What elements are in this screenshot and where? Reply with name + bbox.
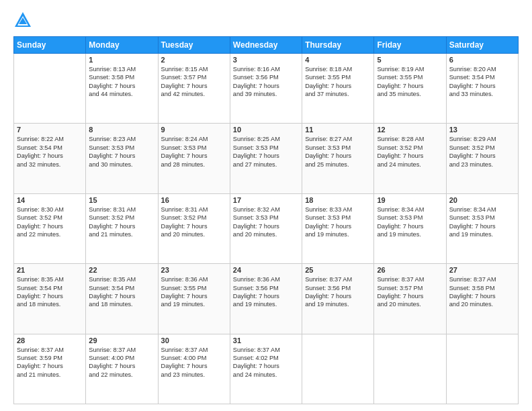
day-number: 29 [89,336,154,345]
day-header-sunday: Sunday [14,37,86,54]
calendar-cell: 21Sunrise: 8:35 AMSunset: 3:54 PMDayligh… [14,264,86,334]
day-number: 18 [305,196,371,204]
calendar-cell: 26Sunrise: 8:37 AMSunset: 3:57 PMDayligh… [374,264,446,334]
day-number: 9 [161,126,227,134]
cell-content: Sunrise: 8:28 AMSunset: 3:52 PMDaylight:… [377,135,443,169]
cell-content: Sunrise: 8:25 AMSunset: 3:53 PMDaylight:… [233,135,299,169]
cell-content: Sunrise: 8:33 AMSunset: 3:53 PMDaylight:… [305,205,371,239]
cell-content: Sunrise: 8:37 AMSunset: 4:00 PMDaylight:… [161,346,227,379]
cell-content: Sunrise: 8:16 AMSunset: 3:56 PMDaylight:… [233,65,299,99]
calendar-cell: 28Sunrise: 8:37 AMSunset: 3:59 PMDayligh… [14,334,86,404]
day-number: 30 [161,336,227,345]
cell-content: Sunrise: 8:31 AMSunset: 3:52 PMDaylight:… [89,205,154,239]
week-row-4: 28Sunrise: 8:37 AMSunset: 3:59 PMDayligh… [14,334,519,404]
week-row-1: 7Sunrise: 8:22 AMSunset: 3:54 PMDaylight… [14,124,519,193]
day-number: 6 [449,56,515,64]
cell-content: Sunrise: 8:37 AMSunset: 3:59 PMDaylight:… [17,346,83,379]
cell-content: Sunrise: 8:19 AMSunset: 3:55 PMDaylight:… [377,65,443,99]
calendar-cell: 25Sunrise: 8:37 AMSunset: 3:56 PMDayligh… [302,264,374,334]
cell-content: Sunrise: 8:35 AMSunset: 3:54 PMDaylight:… [17,275,83,309]
calendar-cell: 23Sunrise: 8:36 AMSunset: 3:55 PMDayligh… [158,264,230,334]
calendar-cell: 11Sunrise: 8:27 AMSunset: 3:53 PMDayligh… [302,124,374,193]
cell-content: Sunrise: 8:18 AMSunset: 3:55 PMDaylight:… [305,65,371,99]
day-number: 13 [449,126,515,134]
calendar-cell: 4Sunrise: 8:18 AMSunset: 3:55 PMDaylight… [302,54,374,124]
cell-content: Sunrise: 8:34 AMSunset: 3:53 PMDaylight:… [377,205,443,239]
calendar-cell: 3Sunrise: 8:16 AMSunset: 3:56 PMDaylight… [230,54,302,124]
day-header-friday: Friday [374,37,446,54]
calendar-cell: 20Sunrise: 8:34 AMSunset: 3:53 PMDayligh… [446,193,518,263]
day-header-wednesday: Wednesday [230,37,302,54]
calendar-cell: 22Sunrise: 8:35 AMSunset: 3:54 PMDayligh… [86,264,158,334]
day-number: 1 [89,56,154,64]
calendar-table: SundayMondayTuesdayWednesdayThursdayFrid… [13,36,519,404]
day-number: 15 [89,196,154,204]
cell-content: Sunrise: 8:35 AMSunset: 3:54 PMDaylight:… [89,275,154,309]
day-header-saturday: Saturday [446,37,518,54]
header [13,11,519,30]
cell-content: Sunrise: 8:27 AMSunset: 3:53 PMDaylight:… [305,135,371,169]
calendar-cell [14,54,86,124]
day-number: 19 [377,196,443,204]
cell-content: Sunrise: 8:20 AMSunset: 3:54 PMDaylight:… [449,65,515,99]
cell-content: Sunrise: 8:15 AMSunset: 3:57 PMDaylight:… [161,65,227,99]
day-number: 26 [377,266,443,274]
calendar-cell: 15Sunrise: 8:31 AMSunset: 3:52 PMDayligh… [86,193,158,263]
calendar-cell: 8Sunrise: 8:23 AMSunset: 3:53 PMDaylight… [86,124,158,193]
calendar-cell [446,334,518,404]
day-number: 10 [233,126,299,134]
cell-content: Sunrise: 8:31 AMSunset: 3:52 PMDaylight:… [161,205,227,239]
calendar-cell: 27Sunrise: 8:37 AMSunset: 3:58 PMDayligh… [446,264,518,334]
day-number: 16 [161,196,227,204]
day-number: 7 [17,126,83,134]
cell-content: Sunrise: 8:36 AMSunset: 3:55 PMDaylight:… [161,275,227,309]
cell-content: Sunrise: 8:22 AMSunset: 3:54 PMDaylight:… [17,135,83,169]
day-number: 23 [161,266,227,274]
day-number: 14 [17,196,83,204]
cell-content: Sunrise: 8:37 AMSunset: 4:00 PMDaylight:… [89,346,154,379]
cell-content: Sunrise: 8:36 AMSunset: 3:56 PMDaylight:… [233,275,299,309]
week-row-0: 1Sunrise: 8:13 AMSunset: 3:58 PMDaylight… [14,54,519,124]
calendar-cell: 6Sunrise: 8:20 AMSunset: 3:54 PMDaylight… [446,54,518,124]
calendar-cell [302,334,374,404]
day-number: 27 [449,266,515,274]
calendar-cell: 18Sunrise: 8:33 AMSunset: 3:53 PMDayligh… [302,193,374,263]
calendar-cell: 12Sunrise: 8:28 AMSunset: 3:52 PMDayligh… [374,124,446,193]
calendar-cell: 2Sunrise: 8:15 AMSunset: 3:57 PMDaylight… [158,54,230,124]
logo-icon [13,11,32,30]
cell-content: Sunrise: 8:34 AMSunset: 3:53 PMDaylight:… [449,205,515,239]
calendar-cell: 5Sunrise: 8:19 AMSunset: 3:55 PMDaylight… [374,54,446,124]
calendar-cell: 9Sunrise: 8:24 AMSunset: 3:53 PMDaylight… [158,124,230,193]
calendar-cell: 17Sunrise: 8:32 AMSunset: 3:53 PMDayligh… [230,193,302,263]
day-number: 8 [89,126,154,134]
day-header-thursday: Thursday [302,37,374,54]
day-number: 22 [89,266,154,274]
calendar-header-row: SundayMondayTuesdayWednesdayThursdayFrid… [14,37,519,54]
week-row-3: 21Sunrise: 8:35 AMSunset: 3:54 PMDayligh… [14,264,519,334]
cell-content: Sunrise: 8:37 AMSunset: 3:58 PMDaylight:… [449,275,515,309]
calendar-cell: 13Sunrise: 8:29 AMSunset: 3:52 PMDayligh… [446,124,518,193]
calendar-cell: 1Sunrise: 8:13 AMSunset: 3:58 PMDaylight… [86,54,158,124]
day-number: 12 [377,126,443,134]
cell-content: Sunrise: 8:37 AMSunset: 4:02 PMDaylight:… [233,346,299,379]
day-number: 17 [233,196,299,204]
day-number: 28 [17,336,83,345]
calendar-cell: 16Sunrise: 8:31 AMSunset: 3:52 PMDayligh… [158,193,230,263]
cell-content: Sunrise: 8:37 AMSunset: 3:56 PMDaylight:… [305,275,371,309]
cell-content: Sunrise: 8:37 AMSunset: 3:57 PMDaylight:… [377,275,443,309]
week-row-2: 14Sunrise: 8:30 AMSunset: 3:52 PMDayligh… [14,193,519,263]
calendar-cell: 19Sunrise: 8:34 AMSunset: 3:53 PMDayligh… [374,193,446,263]
cell-content: Sunrise: 8:24 AMSunset: 3:53 PMDaylight:… [161,135,227,169]
cell-content: Sunrise: 8:13 AMSunset: 3:58 PMDaylight:… [89,65,154,99]
calendar-cell: 7Sunrise: 8:22 AMSunset: 3:54 PMDaylight… [14,124,86,193]
calendar-cell: 29Sunrise: 8:37 AMSunset: 4:00 PMDayligh… [86,334,158,404]
calendar-cell [374,334,446,404]
day-number: 5 [377,56,443,64]
calendar-cell: 24Sunrise: 8:36 AMSunset: 3:56 PMDayligh… [230,264,302,334]
calendar-cell: 14Sunrise: 8:30 AMSunset: 3:52 PMDayligh… [14,193,86,263]
calendar-cell: 31Sunrise: 8:37 AMSunset: 4:02 PMDayligh… [230,334,302,404]
day-number: 20 [449,196,515,204]
calendar-cell: 10Sunrise: 8:25 AMSunset: 3:53 PMDayligh… [230,124,302,193]
day-number: 3 [233,56,299,64]
day-header-monday: Monday [86,37,158,54]
